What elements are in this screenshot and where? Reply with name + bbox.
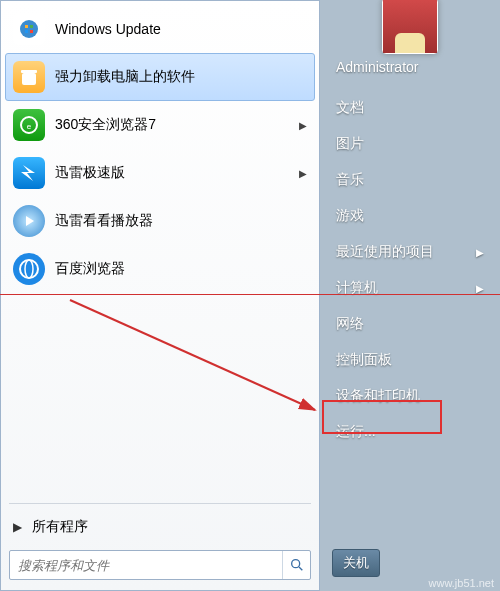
program-item-uninstall[interactable]: 强力卸载电脑上的软件	[5, 53, 315, 101]
svg-rect-5	[22, 73, 36, 85]
right-item-label: 运行...	[336, 423, 376, 441]
right-item-computer[interactable]: 计算机▶	[320, 270, 500, 306]
svg-rect-4	[30, 30, 33, 33]
program-item-xunlei-kankan[interactable]: 迅雷看看播放器	[5, 197, 315, 245]
360-browser-icon: e	[13, 109, 45, 141]
program-label: 360安全浏览器7	[55, 116, 299, 134]
right-item-pictures[interactable]: 图片	[320, 126, 500, 162]
program-list: Windows Update 强力卸载电脑上的软件 e 360安全浏览器7 ▶	[1, 1, 319, 497]
right-item-label: 设备和打印机	[336, 387, 420, 405]
xunlei-speed-icon	[13, 157, 45, 189]
separator	[9, 503, 311, 504]
xunlei-kankan-icon	[13, 205, 45, 237]
program-label: Windows Update	[55, 21, 307, 37]
program-item-windows-update[interactable]: Windows Update	[5, 5, 315, 53]
all-programs[interactable]: ▶ 所有程序	[1, 510, 319, 544]
program-label: 迅雷极速版	[55, 164, 299, 182]
right-item-label: 控制面板	[336, 351, 392, 369]
search-box	[9, 550, 311, 580]
right-item-label: 网络	[336, 315, 364, 333]
right-item-user[interactable]: Administrator	[320, 50, 500, 84]
svg-rect-2	[30, 25, 33, 28]
right-item-control-panel[interactable]: 控制面板	[320, 342, 500, 378]
svg-point-10	[20, 260, 38, 278]
right-item-label: 游戏	[336, 207, 364, 225]
user-name: Administrator	[336, 59, 418, 75]
start-menu-right-panel: Administrator 文档 图片 音乐 游戏 最近使用的项目▶ 计算机▶ …	[320, 0, 500, 591]
right-item-label: 图片	[336, 135, 364, 153]
chevron-right-icon: ▶	[476, 247, 484, 258]
right-item-label: 计算机	[336, 279, 378, 297]
uninstall-icon	[13, 61, 45, 93]
svg-line-13	[299, 567, 302, 570]
search-icon[interactable]	[282, 551, 310, 579]
right-item-label: 最近使用的项目	[336, 243, 434, 261]
svg-text:e: e	[27, 122, 32, 131]
windows-update-icon	[13, 13, 45, 45]
svg-rect-3	[25, 30, 28, 33]
baidu-browser-icon	[13, 253, 45, 285]
right-item-recent[interactable]: 最近使用的项目▶	[320, 234, 500, 270]
program-item-xunlei-speed[interactable]: 迅雷极速版 ▶	[5, 149, 315, 197]
all-programs-label: 所有程序	[32, 518, 88, 536]
search-input[interactable]	[10, 558, 282, 573]
start-menu-left-panel: Windows Update 强力卸载电脑上的软件 e 360安全浏览器7 ▶	[0, 0, 320, 591]
shutdown-button[interactable]: 关机	[332, 549, 380, 577]
chevron-right-icon: ▶	[476, 283, 484, 294]
shutdown-label: 关机	[343, 554, 369, 572]
right-item-documents[interactable]: 文档	[320, 90, 500, 126]
user-picture[interactable]	[382, 0, 438, 54]
program-item-baidu-browser[interactable]: 百度浏览器	[5, 245, 315, 293]
shutdown-row: 关机	[320, 541, 500, 591]
right-item-games[interactable]: 游戏	[320, 198, 500, 234]
program-item-360-browser[interactable]: e 360安全浏览器7 ▶	[5, 101, 315, 149]
svg-rect-1	[25, 25, 28, 28]
svg-marker-9	[26, 216, 34, 226]
program-label: 强力卸载电脑上的软件	[55, 68, 307, 86]
start-menu: Windows Update 强力卸载电脑上的软件 e 360安全浏览器7 ▶	[0, 0, 500, 591]
right-item-label: 音乐	[336, 171, 364, 189]
svg-rect-6	[21, 70, 37, 73]
program-label: 百度浏览器	[55, 260, 307, 278]
right-item-network[interactable]: 网络	[320, 306, 500, 342]
right-item-devices-printers[interactable]: 设备和打印机	[320, 378, 500, 414]
svg-point-11	[25, 260, 33, 278]
right-item-label: 文档	[336, 99, 364, 117]
svg-point-12	[291, 560, 299, 568]
program-label: 迅雷看看播放器	[55, 212, 307, 230]
chevron-right-icon: ▶	[13, 520, 22, 534]
svg-point-0	[20, 20, 38, 38]
chevron-right-icon: ▶	[299, 120, 307, 131]
right-item-music[interactable]: 音乐	[320, 162, 500, 198]
chevron-right-icon: ▶	[299, 168, 307, 179]
right-item-run[interactable]: 运行...	[320, 414, 500, 450]
